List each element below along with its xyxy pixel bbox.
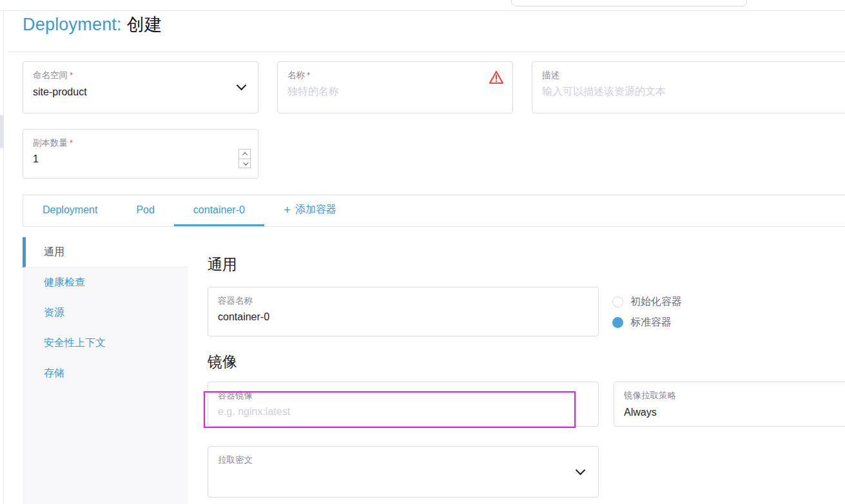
pull-policy-select[interactable]: 镜像拉取策略 Always (614, 382, 845, 427)
radio-selected-icon (612, 317, 623, 328)
image-section-heading: 镜像 (208, 352, 237, 372)
replicas-stepper (238, 149, 251, 168)
container-section-nav: 通用 健康检查 资源 安全性上下文 存储 (23, 237, 188, 504)
page-title: Deployment:创建 (23, 13, 162, 36)
namespace-select[interactable]: 命名空间* site-product (23, 61, 258, 113)
sidebar-item-health-check[interactable]: 健康检查 (23, 267, 188, 298)
stepper-up-button[interactable] (238, 149, 251, 159)
namespace-value: site-product (33, 86, 248, 98)
stepper-down-button[interactable] (238, 159, 251, 168)
pull-secret-select[interactable]: 拉取密文 (208, 446, 599, 498)
required-marker: * (307, 70, 310, 80)
title-divider (8, 52, 845, 52)
required-marker: * (70, 70, 73, 80)
chevron-down-icon (576, 465, 586, 476)
tab-add-container[interactable]: + 添加容器 (264, 195, 356, 226)
container-tabbar: Deployment Pod container-0 + 添加容器 (23, 195, 845, 227)
replicas-field: 副本数量* (23, 129, 258, 179)
description-input[interactable] (542, 86, 821, 97)
chevron-up-icon (242, 152, 247, 157)
name-input[interactable] (287, 86, 471, 97)
radio-standard-container[interactable]: 标准容器 (612, 316, 672, 329)
container-name-field: 容器名称 (208, 287, 599, 336)
radio-unselected-icon (612, 296, 623, 307)
left-divider (3, 11, 4, 504)
left-scrollbar-thumb[interactable] (0, 115, 3, 148)
container-name-label: 容器名称 (218, 296, 588, 307)
container-image-field: 容器镜像 (208, 382, 599, 427)
description-field: 描述 (532, 61, 845, 113)
page-title-action: 创建 (127, 15, 162, 34)
container-image-input[interactable] (218, 406, 533, 418)
required-marker: * (70, 138, 73, 148)
top-divider (0, 10, 845, 11)
tab-pod[interactable]: Pod (117, 195, 173, 226)
replicas-label: 副本数量* (33, 138, 248, 149)
replicas-input[interactable] (33, 153, 216, 165)
radio-standard-container-label: 标准容器 (630, 316, 672, 329)
description-label: 描述 (542, 70, 845, 81)
namespace-label: 命名空间* (33, 70, 248, 81)
container-image-label: 容器镜像 (218, 391, 588, 402)
radio-init-container[interactable]: 初始化容器 (612, 295, 682, 309)
sidebar-item-security-context[interactable]: 安全性上下文 (23, 328, 188, 358)
container-name-input[interactable] (218, 311, 533, 323)
deployment-create-page: Deployment:创建 命名空间* site-product 名称* 描述 … (0, 0, 845, 504)
page-title-resource: Deployment: (23, 15, 122, 34)
global-search-input[interactable] (511, 0, 747, 6)
name-label: 名称* (287, 70, 503, 81)
pull-policy-value: Always (624, 406, 845, 418)
chevron-down-icon (243, 160, 248, 165)
sidebar-item-general[interactable]: 通用 (23, 237, 188, 267)
pull-policy-label: 镜像拉取策略 (624, 391, 845, 402)
plus-icon: + (284, 204, 291, 216)
general-section-heading: 通用 (208, 255, 237, 275)
name-field: 名称* (277, 61, 513, 113)
radio-init-container-label: 初始化容器 (630, 295, 682, 309)
sidebar-item-resources[interactable]: 资源 (23, 298, 188, 328)
sidebar-item-storage[interactable]: 存储 (23, 358, 188, 389)
tab-container-0[interactable]: container-0 (174, 195, 264, 226)
pull-secret-label: 拉取密文 (218, 455, 588, 466)
tab-deployment[interactable]: Deployment (23, 195, 117, 226)
warning-icon (489, 70, 504, 84)
